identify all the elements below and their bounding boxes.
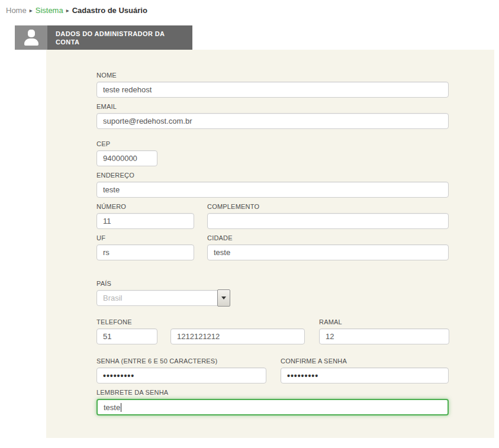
password-input[interactable]: [96, 368, 266, 383]
breadcrumb-separator-icon: ▸: [66, 7, 69, 14]
country-select[interactable]: Brasil: [96, 290, 230, 306]
admin-icon-box: [15, 25, 47, 50]
extension-input[interactable]: [319, 328, 449, 344]
text-caret: [121, 403, 121, 412]
password-label: SENHA (ENTRE 6 E 50 CARACTERES): [96, 357, 266, 365]
uf-label: UF: [96, 234, 194, 242]
person-icon: [24, 30, 39, 46]
submit-row: ENTRAR: [46, 438, 494, 448]
country-label: PAÍS: [96, 280, 449, 288]
section-header: DADOS DO ADMINISTRADOR DA CONTA: [15, 25, 192, 50]
cep-input[interactable]: [96, 150, 157, 166]
number-input[interactable]: [96, 213, 194, 229]
confirm-password-label: CONFIRME A SENHA: [281, 357, 449, 365]
cep-label: CEP: [96, 140, 449, 148]
number-label: NÚMERO: [96, 203, 194, 211]
city-input[interactable]: [207, 244, 449, 260]
breadcrumb-home-link[interactable]: Home: [6, 6, 27, 15]
dropdown-button[interactable]: [217, 289, 230, 307]
name-input[interactable]: [96, 82, 449, 98]
password-hint-label: LEMBRETE DA SENHA: [96, 389, 449, 397]
breadcrumb: Home ▸ Sistema ▸ Cadastro de Usuário: [0, 0, 499, 17]
phone-number-input[interactable]: [170, 328, 305, 344]
password-hint-input[interactable]: [96, 399, 449, 415]
confirm-password-input[interactable]: [281, 368, 449, 383]
phone-label: TELEFONE: [96, 318, 157, 326]
city-label: CIDADE: [207, 234, 449, 242]
complement-label: COMPLEMENTO: [207, 203, 449, 211]
address-input[interactable]: [96, 182, 449, 198]
extension-label: RAMAL: [319, 318, 449, 326]
section-title: DADOS DO ADMINISTRADOR DA CONTA: [47, 25, 192, 50]
chevron-down-icon: [221, 296, 226, 299]
email-label: EMAIL: [96, 103, 449, 111]
phone-ddd-input[interactable]: [96, 328, 157, 344]
address-label: ENDEREÇO: [96, 172, 449, 179]
uf-input[interactable]: [96, 244, 194, 260]
email-input[interactable]: [96, 113, 449, 129]
name-label: NOME: [96, 72, 449, 79]
admin-data-form-panel: NOME EMAIL CEP ENDEREÇO NÚMERO COMPLEMEN…: [46, 50, 494, 438]
country-select-value: Brasil: [96, 290, 222, 306]
breadcrumb-sistema-link[interactable]: Sistema: [36, 6, 63, 15]
breadcrumb-separator-icon: ▸: [30, 7, 33, 14]
complement-input[interactable]: [207, 213, 449, 229]
breadcrumb-current-page: Cadastro de Usuário: [72, 6, 147, 15]
